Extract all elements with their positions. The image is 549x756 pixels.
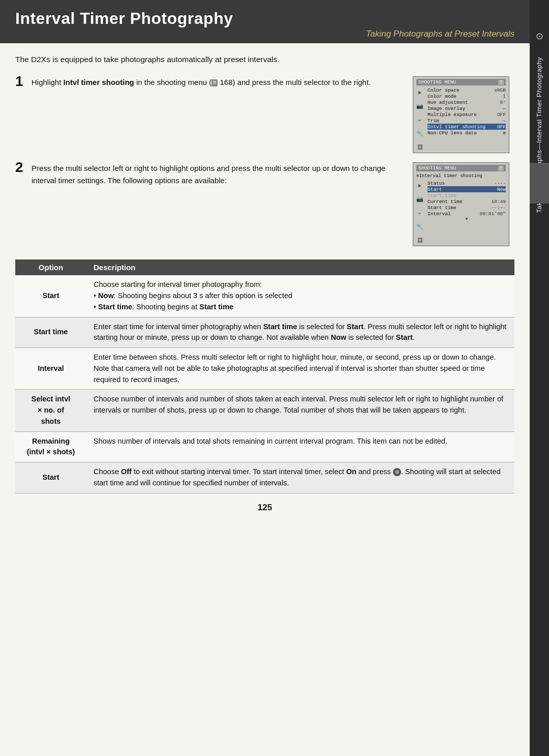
table-row: Start time Enter start time for interval… <box>15 317 514 348</box>
col-header-description: Description <box>86 259 514 275</box>
menu-subtitle-2: ⊙Interval timer shooting <box>416 173 506 179</box>
desc-cell-start-2: Choose Off to exit without starting inte… <box>86 462 514 493</box>
step-2: 2 Press the multi selector left or right… <box>15 162 514 246</box>
table-row: Interval Enter time between shots. Press… <box>15 348 514 390</box>
option-cell-start-2: Start <box>15 462 86 493</box>
menu-side-icons-2: ▶ 📷 ✏ 🔧 🖼 <box>416 180 423 244</box>
enter-icon: ⊛ <box>393 468 401 476</box>
step-1-bold: Intvl timer shooting <box>64 78 134 86</box>
menu-icon-pencil-2: ✏ <box>416 210 423 216</box>
menu-icon-wrench-2: 🔧 <box>416 223 423 230</box>
starttime-bold-1: Start time <box>98 303 132 311</box>
menu-title-1: SHOOTING MENU <box>418 79 456 85</box>
desc-cell-interval: Enter time between shots. Press multi se… <box>86 348 514 390</box>
menu-icon-play-2: ▶ <box>416 182 423 189</box>
step-1-text: Highlight Intvl timer shooting in the sh… <box>32 76 413 88</box>
menu-row-overlay: Image overlay— <box>428 105 506 111</box>
page-number: 125 <box>15 503 514 513</box>
menu-row-hue: Hue adjustment0° <box>428 99 506 105</box>
menu-icon-image-2: 🖼 <box>416 237 423 244</box>
camera-menu-1: SHOOTING MENU ? ▶ 📷 ✏ 🔧 🖼 <box>413 76 509 153</box>
page-subtitle: Taking Photographs at Preset Intervals <box>15 29 514 39</box>
menu-row-status: Status---- <box>428 180 506 186</box>
table-row: Select intvl× no. ofshots Choose number … <box>15 390 514 431</box>
menu-row-intvl: Intvl timer shootingOFF <box>428 124 506 130</box>
step-number-1: 1 <box>15 74 32 89</box>
menu-row-starttime-dim: Start time <box>428 192 506 198</box>
now-bold-2: Now <box>331 333 347 341</box>
start-bold-1: Start <box>347 323 363 331</box>
now-bold: Now <box>98 292 114 300</box>
menu-row-currenttime: Current time10:49 <box>428 198 506 205</box>
sidebar-accent <box>530 163 549 203</box>
body: The D2Xs is equipped to take photographs… <box>0 43 530 523</box>
menu-icon-pencil: ✏ <box>416 117 423 123</box>
option-cell-start-1: Start <box>15 275 86 317</box>
page: Interval Timer Photography Taking Photog… <box>0 0 549 756</box>
starttime-bold-3: Start time <box>263 323 297 331</box>
menu-icon-play: ▶ <box>416 89 423 96</box>
option-cell-interval: Interval <box>15 348 86 390</box>
menu-row-noncpu: Non-CPU lens data⊞ <box>428 130 506 136</box>
menu-row-colorspace: Color spacesRGB <box>428 87 506 93</box>
menu-icon-camera-2: 📷 <box>416 196 423 202</box>
menu-rows-1: Color spacesRGB Color modeI Hue adjustme… <box>428 87 506 151</box>
menu-title-2: SHOOTING MENU <box>418 165 456 171</box>
menu-row-multiexp: Multiple exposureOFF <box>428 111 506 118</box>
page-title: Interval Timer Photography <box>15 9 514 28</box>
menu-row-colormode: Color modeI <box>428 93 506 99</box>
menu-row-starttime: Start time--:-- <box>428 205 506 211</box>
desc-cell-start-1: Choose starting for interval timer photo… <box>86 275 514 317</box>
table-header-row: Option Description <box>15 259 514 275</box>
step-number-2: 2 <box>15 160 32 175</box>
sidebar-circle-icon: ⊙ <box>536 31 543 42</box>
menu-icon-inline: ⚙ <box>211 79 218 86</box>
desc-cell-remaining: Shows number of intervals and total shot… <box>86 431 514 462</box>
steps-section: 1 Highlight Intvl timer shooting in the … <box>15 76 514 255</box>
on-bold: On <box>346 468 356 476</box>
menu-question-2: ? <box>498 166 504 171</box>
step-2-text: Press the multi selector left or right t… <box>32 162 413 186</box>
option-cell-remaining: Remaining(intvl × shots) <box>15 431 86 462</box>
sidebar-tab: ⊙ Taking Photographs—Interval Timer Phot… <box>530 0 549 756</box>
step-1: 1 Highlight Intvl timer shooting in the … <box>15 76 514 153</box>
options-table: Option Description Start Choose starting… <box>15 259 514 493</box>
menu-icon-camera: 📷 <box>416 103 423 109</box>
menu-side-icons-1: ▶ 📷 ✏ 🔧 🖼 <box>416 87 423 151</box>
menu-question-1: ? <box>498 80 504 85</box>
menu-row-trim: Trim— <box>428 118 506 124</box>
col-header-option: Option <box>15 259 86 275</box>
starttime-bold-2: Start time <box>199 303 233 311</box>
desc-cell-starttime: Enter start time for interval timer phot… <box>86 317 514 348</box>
table-row: Remaining(intvl × shots) Shows number of… <box>15 431 514 462</box>
table-row: Start Choose Off to exit without startin… <box>15 462 514 493</box>
menu-more-indicator: ▼ <box>428 217 506 222</box>
menu-row-start: StartNow <box>428 186 506 192</box>
menu-header-1: SHOOTING MENU ? <box>416 79 506 85</box>
menu-row-interval: Interval00:01'00" <box>428 211 506 217</box>
header: Interval Timer Photography Taking Photog… <box>0 0 530 43</box>
menu-icon-image: 🖼 <box>416 144 423 151</box>
step-1-image: SHOOTING MENU ? ▶ 📷 ✏ 🔧 🖼 <box>413 76 514 153</box>
main-content: Interval Timer Photography Taking Photog… <box>0 0 530 756</box>
intro-text: The D2Xs is equipped to take photographs… <box>15 53 514 65</box>
menu-header-2: SHOOTING MENU ? <box>416 165 506 171</box>
start-bold-2: Start <box>396 333 413 341</box>
menu-rows-2: Status---- StartNow Start time Current t… <box>428 180 506 244</box>
option-cell-select-intvl: Select intvl× no. ofshots <box>15 390 86 431</box>
menu-icon-wrench: 🔧 <box>416 130 423 137</box>
camera-menu-2: SHOOTING MENU ? ⊙Interval timer shooting… <box>413 162 509 246</box>
table-row: Start Choose starting for interval timer… <box>15 275 514 317</box>
off-bold: Off <box>121 468 132 476</box>
desc-cell-select-intvl: Choose number of intervals and number of… <box>86 390 514 431</box>
step-2-image: SHOOTING MENU ? ⊙Interval timer shooting… <box>413 162 514 246</box>
option-cell-starttime: Start time <box>15 317 86 348</box>
